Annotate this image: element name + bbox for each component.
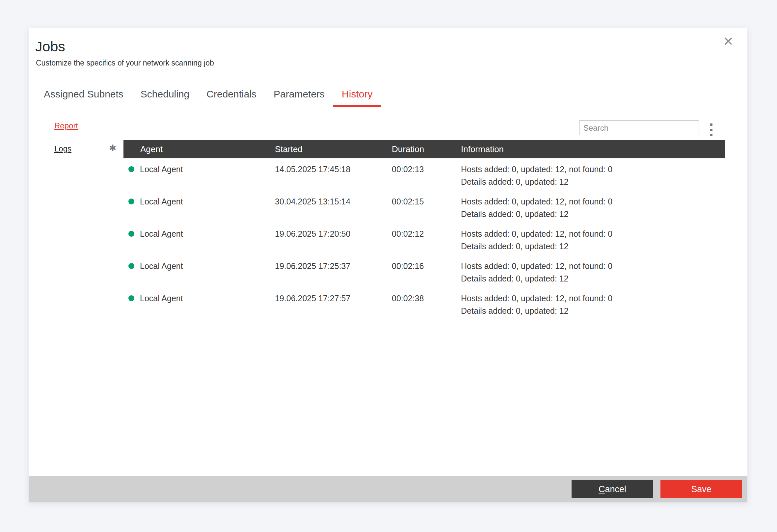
- started-value: 14.05.2025 17:45:18: [275, 163, 392, 176]
- logs-link[interactable]: Logs: [54, 144, 72, 153]
- duration-value: 00:02:12: [392, 227, 461, 240]
- close-icon[interactable]: ✕: [720, 33, 736, 49]
- table-row[interactable]: Local Agent 19.06.2025 17:25:37 00:02:16…: [123, 255, 725, 287]
- dialog-header: Jobs Customize the specifics of your net…: [29, 28, 747, 68]
- info-line-details: Details added: 0, updated: 12: [461, 240, 725, 252]
- information-value: Hosts added: 0, updated: 12, not found: …: [461, 227, 725, 252]
- agent-name: Local Agent: [140, 260, 183, 272]
- jobs-dialog: ✕ Jobs Customize the specifics of your n…: [29, 28, 747, 502]
- search-input[interactable]: [579, 120, 699, 135]
- column-header-information[interactable]: Information: [461, 144, 725, 154]
- column-header-duration[interactable]: Duration: [392, 144, 461, 154]
- column-header-started[interactable]: Started: [275, 144, 392, 154]
- history-table: Agent Started Duration Information Local…: [123, 140, 725, 320]
- tab-parameters[interactable]: Parameters: [265, 85, 333, 106]
- information-value: Hosts added: 0, updated: 12, not found: …: [461, 195, 725, 220]
- info-line-details: Details added: 0, updated: 12: [461, 208, 725, 220]
- duration-value: 00:02:16: [392, 260, 461, 272]
- tab-credentials[interactable]: Credentials: [198, 85, 265, 106]
- kebab-dot: [710, 129, 712, 131]
- kebab-menu-icon[interactable]: [708, 121, 714, 138]
- pin-columns-icon[interactable]: ✱: [109, 143, 117, 153]
- started-value: 19.06.2025 17:25:37: [275, 260, 392, 272]
- started-value: 19.06.2025 17:20:50: [275, 227, 392, 240]
- table-row[interactable]: Local Agent 19.06.2025 17:20:50 00:02:12…: [123, 223, 725, 255]
- info-line-hosts: Hosts added: 0, updated: 12, not found: …: [461, 260, 725, 272]
- column-header-agent[interactable]: Agent: [123, 144, 275, 154]
- started-value: 19.06.2025 17:27:57: [275, 292, 392, 305]
- tab-assigned-subnets[interactable]: Assigned Subnets: [35, 85, 132, 106]
- status-ok-icon: [128, 263, 134, 269]
- info-line-details: Details added: 0, updated: 12: [461, 305, 725, 317]
- duration-value: 00:02:38: [392, 292, 461, 305]
- status-ok-icon: [128, 295, 134, 301]
- info-line-hosts: Hosts added: 0, updated: 12, not found: …: [461, 292, 725, 305]
- page-title: Jobs: [35, 38, 741, 55]
- page-subtitle: Customize the specifics of your network …: [36, 59, 741, 68]
- info-line-hosts: Hosts added: 0, updated: 12, not found: …: [461, 163, 725, 176]
- cancel-button[interactable]: Cancel: [572, 480, 653, 498]
- info-line-hosts: Hosts added: 0, updated: 12, not found: …: [461, 227, 725, 240]
- information-value: Hosts added: 0, updated: 12, not found: …: [461, 260, 725, 285]
- info-line-details: Details added: 0, updated: 12: [461, 272, 725, 285]
- cancel-label-rest: ancel: [605, 484, 626, 494]
- agent-name: Local Agent: [140, 227, 183, 240]
- table-row[interactable]: Local Agent 30.04.2025 13:15:14 00:02:15…: [123, 191, 725, 223]
- status-ok-icon: [128, 231, 134, 237]
- report-link[interactable]: Report: [54, 121, 78, 130]
- history-tab-content: Report Logs ✱ Agent Started Duration Inf…: [29, 106, 747, 473]
- agent-name: Local Agent: [140, 292, 183, 305]
- tab-bar: Assigned Subnets Scheduling Credentials …: [35, 85, 741, 106]
- duration-value: 00:02:13: [392, 163, 461, 176]
- tab-history[interactable]: History: [333, 85, 381, 106]
- info-line-hosts: Hosts added: 0, updated: 12, not found: …: [461, 195, 725, 208]
- info-line-details: Details added: 0, updated: 12: [461, 176, 725, 188]
- save-button[interactable]: Save: [660, 480, 742, 498]
- agent-name: Local Agent: [140, 163, 183, 176]
- table-row[interactable]: Local Agent 14.05.2025 17:45:18 00:02:13…: [123, 158, 725, 191]
- status-ok-icon: [128, 166, 134, 172]
- tab-scheduling[interactable]: Scheduling: [132, 85, 198, 106]
- dialog-footer: Cancel Save: [29, 476, 747, 502]
- information-value: Hosts added: 0, updated: 12, not found: …: [461, 163, 725, 188]
- started-value: 30.04.2025 13:15:14: [275, 195, 392, 208]
- cancel-accelerator: C: [598, 484, 605, 494]
- table-row[interactable]: Local Agent 19.06.2025 17:27:57 00:02:38…: [123, 287, 725, 320]
- duration-value: 00:02:15: [392, 195, 461, 208]
- table-header: Agent Started Duration Information: [123, 140, 725, 158]
- agent-name: Local Agent: [140, 195, 183, 208]
- information-value: Hosts added: 0, updated: 12, not found: …: [461, 292, 725, 317]
- kebab-dot: [710, 134, 712, 136]
- kebab-dot: [710, 123, 712, 126]
- status-ok-icon: [128, 199, 134, 204]
